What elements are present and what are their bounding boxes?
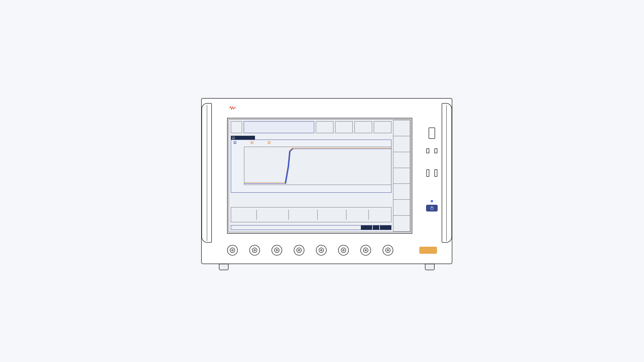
status-led-icon bbox=[430, 200, 433, 202]
screen-area bbox=[231, 121, 392, 230]
instrument-device bbox=[201, 98, 452, 270]
data-cell-2[interactable] bbox=[257, 210, 289, 220]
rocker-switch[interactable] bbox=[429, 127, 435, 139]
channel-check-2-icon bbox=[251, 141, 253, 144]
waveform-svg bbox=[244, 147, 391, 185]
carry-handle-right bbox=[442, 103, 452, 243]
toolbar-button-2[interactable] bbox=[316, 121, 334, 133]
button-pair bbox=[426, 169, 437, 177]
softkey-column bbox=[393, 120, 410, 232]
usb-port-1[interactable] bbox=[426, 148, 429, 153]
status-tag-1[interactable] bbox=[361, 225, 372, 230]
toolbar-button-3[interactable] bbox=[335, 121, 353, 133]
chassis bbox=[201, 98, 452, 264]
active-tab[interactable] bbox=[231, 136, 255, 140]
foot-right bbox=[425, 264, 434, 270]
bnc-port-1[interactable] bbox=[227, 245, 238, 256]
softkey-7[interactable] bbox=[393, 216, 410, 232]
physical-controls bbox=[425, 121, 439, 234]
softkey-6[interactable] bbox=[393, 200, 410, 216]
small-button-1[interactable] bbox=[426, 169, 429, 177]
waveform-plot[interactable] bbox=[244, 147, 391, 185]
softkey-5[interactable] bbox=[393, 184, 410, 200]
status-tag-2[interactable] bbox=[373, 225, 379, 230]
bnc-port-7[interactable] bbox=[360, 245, 371, 256]
data-cell-4[interactable] bbox=[318, 210, 346, 220]
channel-indicators bbox=[233, 141, 391, 145]
data-cell-6[interactable] bbox=[369, 210, 391, 220]
status-tag-3[interactable] bbox=[380, 225, 391, 230]
data-cell-3[interactable] bbox=[289, 210, 318, 220]
bnc-port-5[interactable] bbox=[316, 245, 326, 256]
bnc-port-8[interactable] bbox=[382, 245, 393, 256]
data-cell-5[interactable] bbox=[346, 210, 369, 220]
tab-bar bbox=[231, 136, 255, 140]
softkey-3[interactable] bbox=[393, 152, 410, 168]
carry-handle-left bbox=[202, 103, 212, 243]
usb-port-2[interactable] bbox=[434, 148, 437, 153]
bnc-port-6[interactable] bbox=[338, 245, 349, 256]
status-bar bbox=[231, 225, 392, 230]
channel-check-3-icon bbox=[268, 141, 270, 144]
bnc-port-2[interactable] bbox=[249, 245, 260, 256]
bnc-port-3[interactable] bbox=[272, 245, 282, 256]
plot-frame bbox=[231, 140, 392, 193]
softkey-2[interactable] bbox=[393, 136, 410, 152]
canvas bbox=[0, 0, 644, 362]
accent-port[interactable] bbox=[419, 247, 437, 254]
power-button[interactable] bbox=[426, 205, 438, 211]
foot-left bbox=[219, 264, 228, 270]
toolbar-button-4[interactable] bbox=[354, 121, 372, 133]
checkmark-icon bbox=[232, 137, 235, 139]
toolbar bbox=[231, 121, 392, 133]
io-connector-row bbox=[227, 243, 439, 257]
data-cell-1[interactable] bbox=[231, 210, 257, 220]
bnc-port-4[interactable] bbox=[294, 245, 304, 256]
spark-logo-icon bbox=[229, 106, 236, 110]
screen-bezel bbox=[227, 118, 412, 234]
data-strip bbox=[231, 207, 392, 222]
usb-ports bbox=[426, 148, 437, 153]
softkey-4[interactable] bbox=[393, 168, 410, 184]
channel-check-1-icon bbox=[234, 141, 236, 144]
small-button-2[interactable] bbox=[434, 169, 437, 177]
toolbar-button-1[interactable] bbox=[231, 121, 242, 133]
softkey-1[interactable] bbox=[393, 120, 410, 136]
screen-inner-bezel bbox=[228, 119, 411, 232]
toolbar-readout[interactable] bbox=[244, 121, 314, 133]
toolbar-button-5[interactable] bbox=[374, 121, 392, 133]
